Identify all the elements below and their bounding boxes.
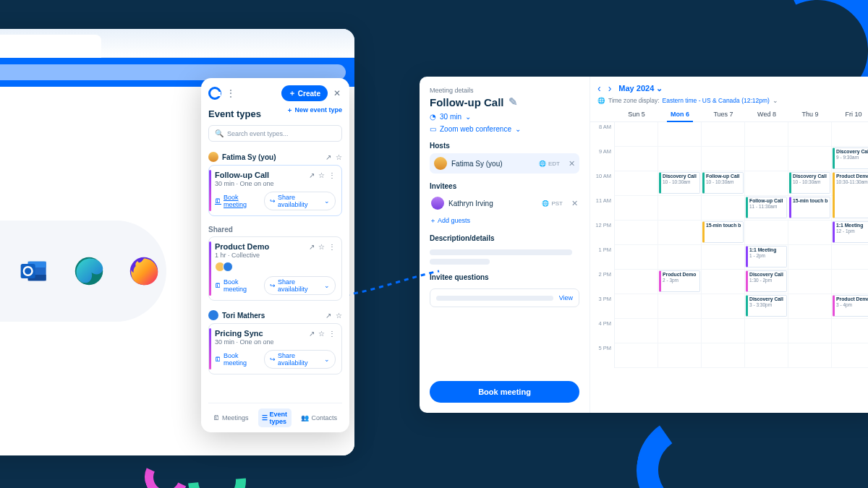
calendar-cell[interactable]: [832, 245, 868, 270]
calendar-cell[interactable]: [745, 122, 788, 147]
calendar-event[interactable]: Discovery Call1:30 - 2pm: [746, 270, 787, 292]
day-header[interactable]: Wed 8: [745, 107, 788, 121]
remove-host-icon[interactable]: ✕: [569, 159, 575, 168]
calendar-cell[interactable]: Product Demo2 - 3pm: [658, 270, 702, 294]
calendar-cell[interactable]: [788, 270, 832, 294]
calendar-event[interactable]: 1:1 Meeting12 - 1pm: [833, 221, 868, 243]
calendar-cell[interactable]: Discovery Call10 - 10:30am: [788, 171, 832, 196]
nav-contacts[interactable]: 👥Contacts: [297, 408, 341, 427]
calendar-event[interactable]: 15-min touch b: [789, 197, 830, 218]
calendar-cell[interactable]: [745, 221, 788, 245]
event-type-card-followup[interactable]: Follow-up Call ↗☆⋮ 30 min · One on one 🗓…: [208, 165, 342, 216]
prev-month-button[interactable]: ‹: [597, 82, 601, 94]
calendar-cell[interactable]: [702, 319, 745, 343]
calendar-cell[interactable]: [658, 147, 702, 171]
calendar-event[interactable]: Follow-up Call11 - 11:30am: [746, 197, 787, 218]
calendar-cell[interactable]: [745, 171, 788, 196]
card-menu-icon[interactable]: ⋮: [328, 243, 336, 251]
calendar-cell[interactable]: Product Demo10:30-11:30am: [832, 171, 868, 196]
calendar-cell[interactable]: [615, 319, 658, 343]
card-menu-icon[interactable]: ⋮: [328, 171, 336, 179]
calendar-cell[interactable]: [745, 343, 788, 368]
view-link[interactable]: View: [559, 294, 573, 301]
owner-row-fatima[interactable]: Fatima Sy (you) ↗☆: [208, 152, 342, 162]
calendar-cell[interactable]: 1:1 Meeting1 - 2pm: [745, 245, 788, 270]
event-type-card-demo[interactable]: Product Demo ↗☆⋮ 1 hr · Collective 🗓Book…: [208, 236, 342, 301]
star-icon[interactable]: ☆: [336, 153, 342, 161]
book-meeting-link[interactable]: 🗓Book meeting: [215, 352, 260, 367]
calendar-cell[interactable]: [615, 294, 658, 319]
calendar-cell[interactable]: [788, 122, 832, 147]
calendar-cell[interactable]: [658, 319, 702, 343]
calendar-cell[interactable]: [788, 245, 832, 270]
calendar-cell[interactable]: [702, 294, 745, 319]
book-meeting-link[interactable]: 🗓Book meeting: [215, 194, 260, 208]
calendar-cell[interactable]: [615, 171, 658, 196]
host-chip[interactable]: Fatima Sy (you) 🌐EDT ✕: [430, 153, 579, 174]
calendar-cell[interactable]: [788, 319, 832, 343]
duration-selector[interactable]: ◔30 min ⌄: [430, 113, 579, 121]
star-icon[interactable]: ☆: [336, 312, 342, 320]
calendar-cell[interactable]: 15-min touch b: [702, 221, 745, 245]
calendar-cell[interactable]: [702, 122, 745, 147]
calendar-grid[interactable]: 8 AM9 AMDiscovery Call9 - 9:30am10 AMDis…: [590, 122, 868, 413]
timezone-selector[interactable]: 🌐 Time zone display: Eastern time - US &…: [597, 97, 868, 104]
open-external-icon[interactable]: ↗: [309, 171, 315, 179]
star-icon[interactable]: ☆: [318, 171, 325, 179]
calendar-cell[interactable]: Product Demo3 - 4pm: [832, 294, 868, 319]
calendar-cell[interactable]: [832, 122, 868, 147]
calendar-cell[interactable]: [615, 343, 658, 368]
calendar-cell[interactable]: Follow-up Call10 - 10:30am: [702, 171, 745, 196]
calendar-cell[interactable]: [615, 147, 658, 171]
calendar-cell[interactable]: [615, 122, 658, 147]
day-header[interactable]: Fri 10: [832, 107, 868, 121]
nav-meetings[interactable]: 🗓Meetings: [210, 408, 252, 427]
day-header[interactable]: Mon 6: [658, 107, 702, 121]
calendar-cell[interactable]: [788, 221, 832, 245]
open-external-icon[interactable]: ↗: [309, 330, 315, 338]
calendar-cell[interactable]: Discovery Call1:30 - 2pm: [745, 270, 788, 294]
calendar-cell[interactable]: [745, 147, 788, 171]
share-availability-button[interactable]: ↪Share availability ⌄: [264, 350, 336, 369]
calendar-cell[interactable]: [788, 343, 832, 368]
calendar-cell[interactable]: Discovery Call9 - 9:30am: [832, 147, 868, 171]
calendar-cell[interactable]: [788, 294, 832, 319]
open-external-icon[interactable]: ↗: [326, 312, 331, 320]
calendar-cell[interactable]: [702, 270, 745, 294]
card-menu-icon[interactable]: ⋮: [328, 330, 336, 338]
calendar-cell[interactable]: [788, 147, 832, 171]
location-selector[interactable]: ▭Zoom web conference ⌄: [430, 125, 579, 133]
calendar-cell[interactable]: [615, 270, 658, 294]
star-icon[interactable]: ☆: [318, 330, 325, 338]
calendar-event[interactable]: Product Demo2 - 3pm: [659, 270, 700, 292]
calendar-cell[interactable]: Follow-up Call11 - 11:30am: [745, 196, 788, 221]
new-event-type-link[interactable]: ＋ New event type: [286, 106, 342, 115]
day-header[interactable]: Tues 7: [702, 107, 745, 121]
create-button[interactable]: ＋Create: [281, 85, 328, 101]
calendar-cell[interactable]: [658, 294, 702, 319]
calendar-cell[interactable]: [615, 245, 658, 270]
calendar-cell[interactable]: [702, 147, 745, 171]
day-header[interactable]: Sun 5: [615, 107, 658, 121]
calendar-cell[interactable]: [832, 343, 868, 368]
calendar-cell[interactable]: Discovery Call3 - 3:30pm: [745, 294, 788, 319]
calendar-cell[interactable]: [658, 122, 702, 147]
calendar-cell[interactable]: [832, 270, 868, 294]
calendar-cell[interactable]: [702, 245, 745, 270]
calendar-cell[interactable]: [832, 319, 868, 343]
calendar-cell[interactable]: Discovery Call10 - 10:30am: [658, 171, 702, 196]
star-icon[interactable]: ☆: [318, 243, 325, 251]
invitee-questions-box[interactable]: View: [430, 288, 579, 307]
book-meeting-link[interactable]: 🗓Book meeting: [215, 278, 260, 293]
month-picker[interactable]: May 2024 ⌄: [618, 84, 663, 93]
edit-icon[interactable]: ✎: [509, 95, 518, 108]
event-type-card-pricing[interactable]: Pricing Sync ↗☆⋮ 30 min · One on one 🗓Bo…: [208, 323, 342, 374]
calendar-cell[interactable]: 15-min touch b: [788, 196, 832, 221]
calendar-cell[interactable]: [615, 221, 658, 245]
search-input[interactable]: 🔍 Search event types...: [208, 125, 342, 142]
calendar-cell[interactable]: [702, 196, 745, 221]
calendar-cell[interactable]: [702, 343, 745, 368]
share-availability-button[interactable]: ↪Share availability ⌄: [264, 276, 336, 295]
calendar-cell[interactable]: [658, 245, 702, 270]
open-external-icon[interactable]: ↗: [309, 243, 315, 251]
